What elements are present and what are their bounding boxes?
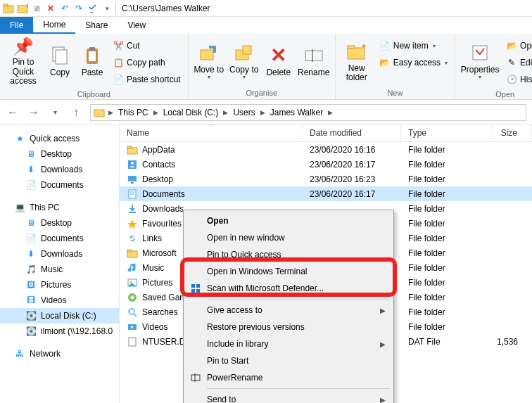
easy-access-button[interactable]: 📂Easy access▾	[376, 55, 450, 70]
svg-rect-40	[191, 289, 195, 293]
newfolder-icon[interactable]: ✦	[17, 3, 28, 14]
check-dropdown-icon[interactable]	[87, 3, 99, 14]
sidebar-item-downloads2[interactable]: ⬇Downloads	[0, 246, 119, 262]
column-size[interactable]: Size	[493, 125, 532, 141]
table-row[interactable]: Contacts23/06/2020 16:17File folder	[120, 157, 532, 172]
svg-rect-30	[127, 250, 132, 252]
up-button[interactable]: ↑	[69, 105, 83, 120]
delete-red-icon[interactable]: ✕	[45, 3, 56, 14]
menu-item[interactable]: Give access to▶	[186, 302, 391, 319]
properties-button[interactable]: Properties▾	[460, 37, 500, 86]
documents-icon: 📄	[25, 179, 37, 191]
breadcrumb-seg-1[interactable]: Local Disk (C:)	[160, 108, 222, 117]
table-row[interactable]: Documents23/06/2020 16:17File folder	[120, 186, 532, 201]
move-to-button[interactable]: Move to▾	[193, 37, 225, 86]
menu-item-label: Include in library	[207, 339, 268, 349]
forward-button[interactable]: →	[27, 105, 41, 120]
tab-view[interactable]: View	[118, 17, 156, 34]
menu-item[interactable]: Open	[186, 212, 391, 229]
menu-item[interactable]: Open in Windows Terminal	[186, 263, 391, 280]
tab-file[interactable]: File	[0, 17, 33, 34]
copy-path-button[interactable]: 📋Copy path	[110, 55, 184, 70]
paste-shortcut-button[interactable]: 📄Paste shortcut	[110, 72, 184, 87]
tab-home[interactable]: Home	[33, 17, 75, 34]
menu-item[interactable]: Send to▶	[186, 391, 391, 403]
new-folder-button[interactable]: ✦New folder	[340, 37, 374, 86]
open-button[interactable]: 📂Open▾	[503, 38, 532, 53]
sidebar-item-desktop[interactable]: 🖥Desktop	[0, 146, 119, 162]
file-date: 23/06/2020 16:23	[303, 174, 401, 184]
svg-rect-12	[305, 51, 322, 60]
breadcrumb-seg-3[interactable]: James Walker	[267, 108, 327, 117]
breadcrumb-seg-0[interactable]: This PC	[115, 108, 151, 117]
menu-item-label: Pin to Start	[207, 356, 248, 366]
sidebar-item-desktop2[interactable]: 🖥Desktop	[0, 215, 119, 231]
column-date[interactable]: Date modified	[303, 125, 401, 141]
qat-dropdown-icon[interactable]: ▾	[101, 3, 113, 14]
menu-item[interactable]: Scan with Microsoft Defender...	[186, 280, 391, 297]
file-type: File folder	[401, 219, 493, 229]
sidebar-item-downloads[interactable]: ⬇Downloads	[0, 162, 119, 177]
breadcrumb[interactable]: ▶ This PC▶ Local Disk (C:)▶ Users▶ James…	[90, 104, 526, 121]
group-label-clipboard: Clipboard	[0, 90, 188, 99]
menu-item[interactable]: Pin to Quick access	[186, 246, 391, 263]
delete-button[interactable]: ✕Delete	[263, 37, 294, 86]
defender-icon	[190, 283, 201, 294]
chevron-right-icon[interactable]: ▶	[151, 109, 160, 116]
table-row[interactable]: Desktop23/06/2020 16:23File folder	[120, 172, 532, 186]
paste-button[interactable]: Paste	[77, 37, 107, 86]
rename-button[interactable]: Rename	[297, 37, 331, 86]
copy-to-button[interactable]: Copy to▾	[228, 37, 260, 86]
chevron-right-icon[interactable]: ▶	[221, 109, 230, 116]
recent-dropdown[interactable]: ▾	[48, 105, 62, 120]
sidebar-item-quick-access[interactable]: ★Quick access	[0, 131, 119, 146]
edit-button[interactable]: ✎Edit	[503, 55, 532, 70]
sidebar-item-local-disk[interactable]: 💽Local Disk (C:)	[0, 308, 119, 324]
sidebar-item-network[interactable]: 🖧Network	[0, 346, 119, 362]
menu-item[interactable]: Open in new window	[186, 229, 391, 246]
new-item-button[interactable]: 📄New item▾	[376, 38, 450, 53]
sidebar-item-pictures[interactable]: 🖼Pictures	[0, 277, 119, 293]
file-date: 23/06/2020 16:17	[303, 189, 401, 199]
tab-share[interactable]: Share	[75, 17, 118, 34]
pin-quick-access-button[interactable]: 📌Pin to Quick access	[4, 37, 42, 86]
chevron-right-icon[interactable]: ▶	[258, 109, 267, 116]
sidebar-item-ilmiont[interactable]: 💽ilmiont (\\192.168.0	[0, 324, 119, 339]
menu-item[interactable]: PowerRename	[186, 369, 391, 386]
netdrive-icon: 💽	[25, 326, 37, 337]
chevron-right-icon[interactable]: ▶	[106, 109, 115, 116]
copy-button[interactable]: Copy	[45, 37, 75, 86]
menu-item-label: Pin to Quick access	[207, 250, 281, 260]
back-button[interactable]: ←	[6, 105, 20, 120]
properties-icon	[469, 41, 491, 64]
sidebar-item-this-pc[interactable]: 💻This PC	[0, 200, 119, 215]
sidebar-item-videos[interactable]: 🎞Videos	[0, 293, 119, 308]
disk-icon: 💽	[25, 310, 37, 321]
column-name[interactable]: Name	[120, 125, 303, 141]
search-icon	[127, 307, 138, 318]
menu-item[interactable]: Restore previous versions	[186, 319, 391, 335]
folder-icon[interactable]	[3, 3, 14, 14]
unpin-icon[interactable]: ⎚	[31, 3, 42, 14]
context-menu: OpenOpen in new windowPin to Quick acces…	[183, 210, 394, 403]
svg-rect-1	[4, 4, 8, 6]
menu-item[interactable]: Pin to Start	[186, 352, 391, 369]
table-row[interactable]: AppData23/06/2020 16:16File folder	[120, 142, 532, 157]
file-type: File folder	[401, 145, 493, 155]
cut-button[interactable]: ✂️Cut	[110, 38, 184, 53]
file-type: File folder	[401, 293, 493, 302]
undo-icon[interactable]: ↶	[59, 3, 70, 14]
folder-icon	[127, 144, 138, 155]
redo-icon[interactable]: ↷	[73, 3, 84, 14]
file-type: File folder	[401, 278, 493, 288]
sidebar-item-music[interactable]: 🎵Music	[0, 262, 119, 277]
sidebar-item-documents2[interactable]: 📄Documents	[0, 231, 119, 246]
menu-item[interactable]: Include in library▶	[186, 335, 391, 352]
chevron-right-icon[interactable]: ▶	[326, 109, 335, 116]
delete-x-icon: ✕	[267, 44, 290, 67]
breadcrumb-seg-2[interactable]: Users	[230, 108, 258, 117]
powerrename-icon	[190, 372, 201, 383]
column-type[interactable]: Type	[401, 125, 493, 141]
history-button[interactable]: 🕑History	[503, 72, 532, 87]
sidebar-item-documents[interactable]: 📄Documents	[0, 177, 119, 193]
